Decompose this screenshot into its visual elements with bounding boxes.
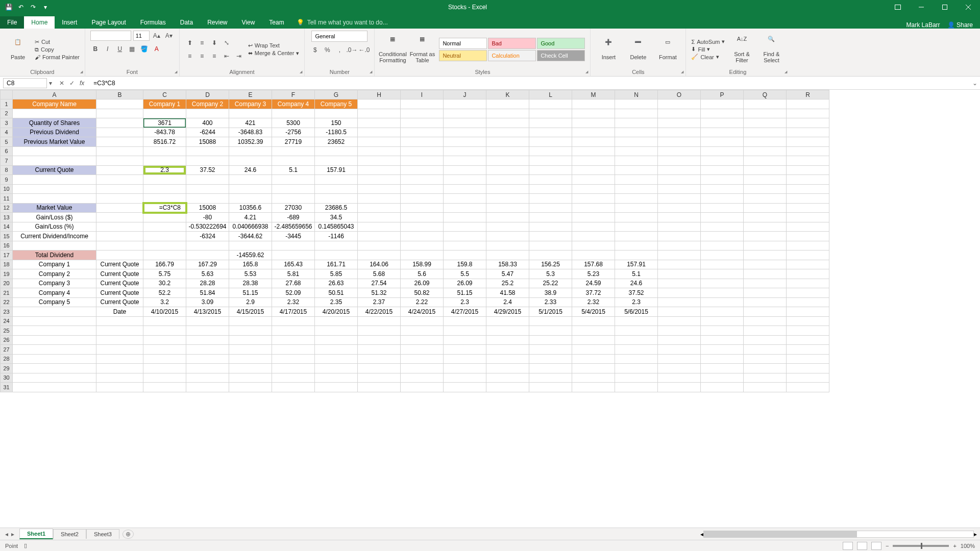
cell-B14[interactable]: [96, 222, 143, 232]
cell-E31[interactable]: [229, 383, 272, 392]
cell-E4[interactable]: -3648.83: [229, 128, 272, 137]
hscroll-right-icon[interactable]: ▸: [974, 531, 977, 538]
cell-M5[interactable]: [572, 137, 615, 147]
cell-O6[interactable]: [658, 146, 701, 156]
cell-L4[interactable]: [529, 128, 572, 137]
tab-data[interactable]: Data: [173, 16, 200, 29]
cell-F10[interactable]: [272, 184, 315, 194]
row-header-19[interactable]: 19: [1, 269, 13, 279]
cell-K21[interactable]: 41.58: [486, 288, 529, 298]
cell-J20[interactable]: 26.09: [444, 279, 486, 288]
cell-J14[interactable]: [444, 222, 486, 232]
font-size-combo[interactable]: [133, 31, 150, 41]
select-all-corner[interactable]: [1, 90, 13, 99]
cell-N28[interactable]: [615, 354, 658, 364]
cell-F25[interactable]: [272, 326, 315, 336]
cell-G13[interactable]: 34.5: [315, 213, 358, 222]
cell-H18[interactable]: 164.06: [358, 260, 401, 269]
cell-H22[interactable]: 2.37: [358, 297, 401, 307]
cell-P25[interactable]: [701, 326, 744, 336]
cell-P1[interactable]: [701, 99, 744, 109]
row-header-7[interactable]: 7: [1, 156, 13, 166]
cell-H5[interactable]: [358, 137, 401, 147]
cell-Q11[interactable]: [744, 194, 787, 204]
cell-D18[interactable]: 167.29: [186, 260, 229, 269]
cell-I1[interactable]: [401, 99, 444, 109]
cell-O30[interactable]: [658, 373, 701, 383]
font-color-button[interactable]: A: [152, 44, 162, 54]
cell-N18[interactable]: 157.91: [615, 260, 658, 269]
col-header-L[interactable]: L: [529, 90, 572, 99]
cell-F4[interactable]: -2756: [272, 128, 315, 137]
align-bottom-icon[interactable]: ⬇: [209, 38, 219, 48]
cell-F16[interactable]: [272, 241, 315, 251]
cell-N31[interactable]: [615, 383, 658, 392]
cell-M14[interactable]: [572, 222, 615, 232]
cell-R8[interactable]: [787, 165, 829, 175]
paste-button[interactable]: 📋Paste: [5, 39, 31, 60]
cell-E8[interactable]: 24.6: [229, 165, 272, 175]
cell-E18[interactable]: 165.8: [229, 260, 272, 269]
cell-N11[interactable]: [615, 194, 658, 204]
cell-G19[interactable]: 5.85: [315, 269, 358, 279]
cell-D27[interactable]: [186, 345, 229, 355]
cell-C6[interactable]: [143, 146, 186, 156]
cell-D25[interactable]: [186, 326, 229, 336]
cell-M27[interactable]: [572, 345, 615, 355]
row-header-2[interactable]: 2: [1, 109, 13, 118]
cell-O1[interactable]: [658, 99, 701, 109]
cell-I16[interactable]: [401, 241, 444, 251]
cell-A15[interactable]: Current Dividend/Income: [13, 232, 96, 241]
cell-O24[interactable]: [658, 316, 701, 326]
cell-E25[interactable]: [229, 326, 272, 336]
cell-style-good[interactable]: Good: [537, 38, 585, 49]
cell-C29[interactable]: [143, 364, 186, 373]
cell-D6[interactable]: [186, 146, 229, 156]
cell-F20[interactable]: 27.68: [272, 279, 315, 288]
cell-C2[interactable]: [143, 109, 186, 118]
cell-H11[interactable]: [358, 194, 401, 204]
cell-K9[interactable]: [486, 175, 529, 185]
row-header-24[interactable]: 24: [1, 316, 13, 326]
increase-indent-icon[interactable]: ⇥: [234, 51, 244, 61]
cell-B4[interactable]: [96, 128, 143, 137]
cell-F12[interactable]: 27030: [272, 203, 315, 213]
cell-L6[interactable]: [529, 146, 572, 156]
cell-K7[interactable]: [486, 156, 529, 166]
ribbon-display-options-icon[interactable]: [886, 0, 910, 14]
cell-E6[interactable]: [229, 146, 272, 156]
col-header-M[interactable]: M: [572, 90, 615, 99]
cell-J24[interactable]: [444, 316, 486, 326]
cell-G6[interactable]: [315, 146, 358, 156]
cell-B27[interactable]: [96, 345, 143, 355]
cell-D22[interactable]: 3.09: [186, 297, 229, 307]
row-header-25[interactable]: 25: [1, 326, 13, 336]
row-header-17[interactable]: 17: [1, 251, 13, 260]
cell-Q4[interactable]: [744, 128, 787, 137]
new-sheet-button[interactable]: ⊕: [122, 530, 134, 539]
cell-P19[interactable]: [701, 269, 744, 279]
cell-P15[interactable]: [701, 232, 744, 241]
cell-O20[interactable]: [658, 279, 701, 288]
fill-button[interactable]: ⬇Fill ▾: [691, 46, 725, 53]
cell-O15[interactable]: [658, 232, 701, 241]
cell-C23[interactable]: 4/10/2015: [143, 307, 186, 317]
cell-J7[interactable]: [444, 156, 486, 166]
cell-L2[interactable]: [529, 109, 572, 118]
col-header-B[interactable]: B: [96, 90, 143, 99]
cell-J31[interactable]: [444, 383, 486, 392]
cell-D30[interactable]: [186, 373, 229, 383]
cell-J30[interactable]: [444, 373, 486, 383]
cell-Q25[interactable]: [744, 326, 787, 336]
cell-Q10[interactable]: [744, 184, 787, 194]
cell-B3[interactable]: [96, 118, 143, 128]
row-header-10[interactable]: 10: [1, 184, 13, 194]
cell-B31[interactable]: [96, 383, 143, 392]
cell-G23[interactable]: 4/20/2015: [315, 307, 358, 317]
cell-G18[interactable]: 161.71: [315, 260, 358, 269]
cell-A27[interactable]: [13, 345, 96, 355]
cell-D24[interactable]: [186, 316, 229, 326]
cell-style-check-cell[interactable]: Check Cell: [537, 50, 585, 61]
cell-N9[interactable]: [615, 175, 658, 185]
cell-F8[interactable]: 5.1: [272, 165, 315, 175]
